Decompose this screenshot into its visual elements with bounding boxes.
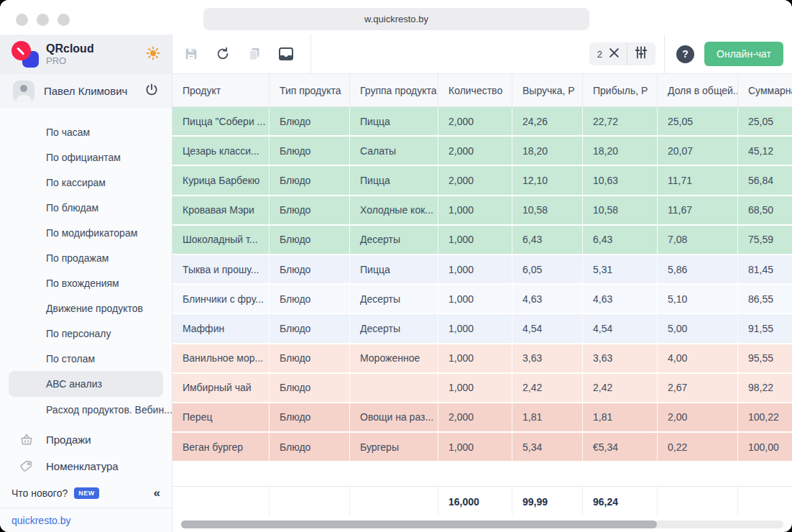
filters-icon[interactable] bbox=[635, 46, 648, 62]
basket-icon bbox=[19, 433, 34, 447]
table-cell: Имбирный чай bbox=[172, 374, 270, 402]
table-totals-row: 16,00099,9996,24 bbox=[172, 486, 792, 516]
table-cell: 2,000 bbox=[438, 107, 512, 135]
table-cell: Блюдо bbox=[270, 226, 350, 254]
app-window: w.quickresto.by QRcloud PRO bbox=[0, 0, 792, 532]
table-cell: Блюдо bbox=[270, 374, 350, 402]
table-cell: 95,55 bbox=[738, 344, 792, 372]
table-row[interactable]: ПерецБлюдоОвощи на раз...2,0001,811,812,… bbox=[172, 403, 792, 433]
sidebar-item-nomenclature[interactable]: Номенклатура bbox=[0, 454, 172, 479]
new-badge: NEW bbox=[74, 487, 99, 499]
power-icon[interactable] bbox=[144, 83, 159, 100]
column-header[interactable]: Количество bbox=[438, 74, 512, 106]
refresh-icon[interactable] bbox=[214, 45, 231, 63]
table-cell: Веган бургер bbox=[172, 433, 270, 461]
user-row[interactable]: Павел Климович bbox=[0, 74, 172, 108]
table-cell: Блюдо bbox=[270, 403, 350, 431]
sidebar-item[interactable]: По продажам bbox=[0, 245, 172, 270]
collapse-sidebar-icon[interactable]: « bbox=[154, 486, 160, 500]
sidebar-item[interactable]: Расход продуктов. Вебин... bbox=[0, 397, 172, 422]
sidebar-item-label: Продажи bbox=[46, 434, 91, 446]
table-row[interactable]: Цезарь класси...БлюдоСалаты2,00018,2018,… bbox=[172, 137, 792, 166]
sidebar-item[interactable]: По столам bbox=[0, 346, 172, 371]
totals-cell bbox=[172, 487, 270, 516]
table-row[interactable]: МаффинБлюдоДесерты1,0004,544,545,0091,55 bbox=[172, 314, 792, 344]
save-icon[interactable] bbox=[183, 45, 200, 63]
table-cell: 75,59 bbox=[738, 226, 792, 254]
column-header[interactable]: Выручка, Р bbox=[512, 74, 583, 106]
table-cell: 10,63 bbox=[583, 166, 658, 194]
table-cell: 81,45 bbox=[738, 255, 792, 283]
table-cell: 6,43 bbox=[512, 226, 583, 254]
table-cell: Ванильное мор... bbox=[172, 344, 270, 372]
table-cell: 18,20 bbox=[583, 137, 658, 165]
user-name: Павел Климович bbox=[44, 85, 144, 97]
sidebar-item[interactable]: По модификаторам bbox=[0, 220, 172, 245]
address-bar[interactable]: w.quickresto.by bbox=[203, 8, 589, 30]
table-cell: Блюдо bbox=[270, 314, 350, 342]
table-cell: Десерты bbox=[350, 285, 438, 313]
titlebar: w.quickresto.by bbox=[0, 0, 792, 35]
online-chat-button[interactable]: Онлайн-чат bbox=[704, 42, 783, 66]
table-row[interactable]: Пицца "Собери ...БлюдоПицца2,00024,2622,… bbox=[172, 107, 792, 137]
window-controls bbox=[16, 14, 70, 26]
scrollbar-track[interactable] bbox=[181, 520, 783, 528]
whats-new-row[interactable]: Что нового? NEW « bbox=[0, 479, 172, 508]
window-minimize-dot[interactable] bbox=[37, 14, 49, 26]
totals-cell bbox=[738, 487, 792, 516]
copy-icon[interactable] bbox=[246, 45, 263, 63]
column-header[interactable]: Прибыль, Р bbox=[583, 74, 658, 106]
sun-icon[interactable] bbox=[146, 46, 160, 63]
display-icon[interactable] bbox=[277, 45, 295, 63]
scrollbar-thumb[interactable] bbox=[181, 520, 657, 528]
main-panel: 2 ? Онлайн-чат ПродуктТип проду bbox=[172, 35, 792, 532]
table-cell: 5,31 bbox=[583, 255, 658, 283]
tag-icon bbox=[19, 459, 34, 474]
window-close-dot[interactable] bbox=[16, 14, 28, 26]
sidebar-item[interactable]: По блюдам bbox=[0, 195, 172, 220]
column-header[interactable]: Суммарная bbox=[738, 74, 792, 106]
brand-name: QRcloud bbox=[46, 42, 146, 55]
table-cell: 1,000 bbox=[438, 344, 512, 372]
sidebar-item-sales[interactable]: Продажи bbox=[0, 427, 172, 452]
sidebar-item[interactable]: АВС анализ bbox=[9, 371, 163, 397]
column-header[interactable]: Группа продукта bbox=[350, 74, 438, 106]
sidebar-item[interactable]: По часам bbox=[0, 119, 172, 145]
clear-filters-icon[interactable] bbox=[609, 47, 620, 61]
column-header[interactable]: Доля в общей... bbox=[658, 74, 738, 106]
table-row[interactable]: Курица БарбекюБлюдоПицца2,00012,1010,631… bbox=[172, 166, 792, 196]
table-row[interactable]: Имбирный чайБлюдо1,0002,422,422,6798,22 bbox=[172, 374, 792, 403]
table-row[interactable]: Кровавая МэриБлюдоХолодные кок...1,00010… bbox=[172, 196, 792, 226]
sidebar-item[interactable]: Движение продуктов bbox=[0, 295, 172, 321]
sidebar-item[interactable]: По персоналу bbox=[0, 321, 172, 346]
table-cell: 2,000 bbox=[438, 137, 512, 165]
table-row[interactable]: Ванильное мор...БлюдоМороженное1,0003,63… bbox=[172, 344, 792, 374]
site-link[interactable]: quickresto.by bbox=[0, 508, 172, 532]
table-cell: 2,42 bbox=[583, 374, 658, 402]
table-cell: Цезарь класси... bbox=[172, 137, 270, 165]
table-cell: 4,54 bbox=[583, 314, 658, 342]
table-cell: Блинчики с фру... bbox=[172, 285, 270, 313]
sidebar-item[interactable]: По вхождениям bbox=[0, 270, 172, 295]
toolbar: 2 ? Онлайн-чат bbox=[172, 35, 792, 74]
table-cell: 6,05 bbox=[512, 255, 583, 283]
sidebar-item[interactable]: По официантам bbox=[0, 145, 172, 170]
table-cell: 20,07 bbox=[658, 137, 738, 165]
table-row[interactable]: Тыква и прошу...БлюдоПицца1,0006,055,315… bbox=[172, 255, 792, 285]
column-header[interactable]: Тип продукта bbox=[270, 74, 350, 106]
help-button[interactable]: ? bbox=[676, 45, 694, 63]
window-zoom-dot[interactable] bbox=[57, 14, 70, 26]
table-cell: 98,22 bbox=[738, 374, 792, 402]
column-header[interactable]: Продукт bbox=[172, 74, 270, 106]
table-row[interactable]: Веган бургерБлюдоБургеры1,0005,34€5,340,… bbox=[172, 433, 792, 462]
table-body: Пицца "Собери ...БлюдоПицца2,00024,2622,… bbox=[172, 107, 792, 462]
table-cell: 11,71 bbox=[658, 166, 738, 194]
sidebar-item[interactable]: По кассирам bbox=[0, 170, 172, 195]
table-cell: 18,20 bbox=[512, 137, 583, 165]
table-cell: 25,05 bbox=[738, 107, 792, 135]
table-row[interactable]: Блинчики с фру...БлюдоДесерты1,0004,634,… bbox=[172, 285, 792, 314]
table-cell: 1,000 bbox=[438, 433, 512, 461]
table-cell: 12,10 bbox=[512, 166, 583, 194]
table-row[interactable]: Шоколадный т...БлюдоДесерты1,0006,436,43… bbox=[172, 226, 792, 255]
avatar bbox=[13, 81, 34, 102]
